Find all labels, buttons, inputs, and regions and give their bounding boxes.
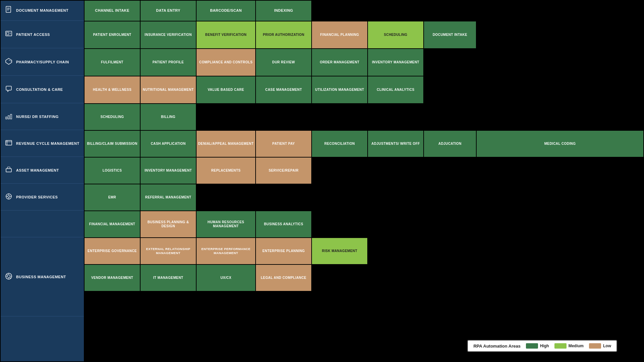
cell-business-analytics[interactable]: BUSINESS ANALYTICS bbox=[256, 211, 311, 237]
sidebar-item-asset-management[interactable]: ASSET MANAGEMENT bbox=[1, 158, 84, 184]
legend-title: RPA Automation Areas bbox=[473, 344, 521, 349]
grid-row-asset: LOGISTICS INVENTORY MANAGEMENT REPLACEME… bbox=[85, 158, 643, 184]
patient-icon bbox=[4, 30, 13, 39]
cell-empty-r9c6 bbox=[368, 211, 423, 237]
cell-empty-r10c8 bbox=[477, 238, 643, 264]
cell-emr[interactable]: EMR bbox=[85, 184, 140, 210]
cell-enterprise-performance-management[interactable]: ENTERPRISE PERFORMANCE MANAGEMENT bbox=[197, 238, 255, 264]
cell-compliance-controls[interactable]: COMPLIANCE AND CONTROLS bbox=[197, 49, 255, 76]
cell-patient-pay[interactable]: PATIENT PAY bbox=[256, 131, 311, 157]
cell-patient-profile[interactable]: PATIENT PROFILE bbox=[141, 49, 196, 76]
sidebar-item-revenue-cycle[interactable]: REVENUE CYCLE MANAGEMENT bbox=[1, 131, 84, 157]
cell-value-based-care[interactable]: VALUE BASED CARE bbox=[197, 76, 255, 103]
sidebar-item-document-management[interactable]: DOCUMENT MANAGEMENT bbox=[1, 1, 84, 21]
cell-cash-application[interactable]: CASH APPLICATION bbox=[141, 131, 196, 157]
cell-empty-r9c5 bbox=[312, 211, 367, 237]
svg-rect-16 bbox=[6, 169, 11, 172]
cell-billing-nurse[interactable]: BILLING bbox=[141, 104, 196, 130]
cell-prior-authorization[interactable]: PRIOR AUTHORIZATION bbox=[256, 21, 311, 48]
cell-order-management[interactable]: ORDER MANAGEMENT bbox=[312, 49, 367, 76]
cell-nutritional-management[interactable]: NUTRITIONAL MANAGEMENT bbox=[141, 76, 196, 103]
cell-vendor-management[interactable]: VENDOR MANAGEMENT bbox=[85, 265, 140, 291]
cell-data-entry[interactable]: DATA ENTRY bbox=[141, 1, 196, 21]
cell-empty-r10c6 bbox=[368, 238, 423, 264]
cell-replacements[interactable]: REPLACEMENTS bbox=[197, 158, 255, 184]
cell-external-relationship-management[interactable]: EXTERNAL RELATIONSHIP MANAGEMENT bbox=[141, 238, 196, 264]
cell-risk-management[interactable]: RISK MANAGEMENT bbox=[312, 238, 367, 264]
sidebar-item-provider-services[interactable]: PROVIDER SERVICES bbox=[1, 184, 84, 210]
cell-document-intake[interactable]: DOCUMENT INTAKE bbox=[424, 21, 476, 48]
sidebar-label-nurse-staffing: NURSE/ DR STAFFING bbox=[16, 115, 59, 119]
sidebar-item-business-management[interactable]: BUSINESS MANAGEMENT bbox=[1, 238, 84, 316]
cell-referral-management[interactable]: REFERRAL MANAGEMENT bbox=[141, 184, 196, 210]
sidebar-item-patient-access[interactable]: PATIENT ACCESS bbox=[1, 21, 84, 48]
cell-benefit-verification[interactable]: BENEFIT VERIFICATION bbox=[197, 21, 255, 48]
cell-reconciliation[interactable]: RECONCILIATION bbox=[312, 131, 367, 157]
grid-row-biz2: ENTERPRISE GOVERNANCE EXTERNAL RELATIONS… bbox=[85, 238, 643, 264]
cell-channel-intake[interactable]: CHANNEL INTAKE bbox=[85, 1, 140, 21]
cell-empty-r9c8 bbox=[477, 211, 643, 237]
cell-clinical-analytics[interactable]: CLINICAL ANALYTICS bbox=[368, 76, 423, 103]
cell-ux-cx[interactable]: UX/CX bbox=[197, 265, 255, 291]
cell-empty-r8c7 bbox=[424, 184, 476, 210]
cell-billing-claim-submission[interactable]: BILLING/CLAIM SUBMISSION bbox=[85, 131, 140, 157]
pharmacy-icon bbox=[4, 58, 13, 67]
cell-inventory-management-r3[interactable]: INVENTORY MANAGEMENT bbox=[368, 49, 423, 76]
cell-financial-management[interactable]: FINANCIAL MANAGEMENT bbox=[85, 211, 140, 237]
asset-icon bbox=[4, 166, 13, 175]
cell-business-planning-design[interactable]: BUSINESS PLANNING & DESIGN bbox=[141, 211, 196, 237]
svg-rect-5 bbox=[7, 32, 9, 35]
cell-insurance-verification[interactable]: INSURANCE VERIFICATION bbox=[141, 21, 196, 48]
cell-fulfilment[interactable]: FULFILMENT bbox=[85, 49, 140, 76]
cell-empty-r2c8 bbox=[477, 21, 643, 48]
cell-empty-r5c5 bbox=[312, 104, 367, 130]
sidebar-item-nurse-staffing[interactable]: NURSE/ DR STAFFING bbox=[1, 104, 84, 130]
sidebar-item-pharmacy[interactable]: PHARMACY/SUPPLY CHAIN bbox=[1, 49, 84, 76]
cell-utilization-management[interactable]: UTILIZATION MANAGEMENT bbox=[312, 76, 367, 103]
cell-indexing[interactable]: INDEXING bbox=[256, 1, 311, 21]
cell-empty-r5c4 bbox=[256, 104, 311, 130]
sidebar-item-spacer bbox=[1, 211, 84, 237]
cell-adjustments-write-off[interactable]: ADJUSTMENTS/ WRITE OFF bbox=[368, 131, 423, 157]
cell-denial-appeal-management[interactable]: DENIAL/APPEAL MANAGEMENT bbox=[197, 131, 255, 157]
consultation-icon bbox=[4, 85, 13, 94]
cell-empty-r5c6 bbox=[368, 104, 423, 130]
sidebar-label-document-management: DOCUMENT MANAGEMENT bbox=[16, 8, 68, 13]
svg-rect-10 bbox=[6, 117, 7, 119]
svg-rect-11 bbox=[8, 116, 9, 119]
cell-patient-enrolment[interactable]: PATIENT ENROLMENT bbox=[85, 21, 140, 48]
svg-line-29 bbox=[7, 274, 8, 275]
grid-row-revenue: BILLING/CLAIM SUBMISSION CASH APPLICATIO… bbox=[85, 131, 643, 157]
cell-service-repair[interactable]: SERVICE/REPAIR bbox=[256, 158, 311, 184]
cell-dur-review[interactable]: DUR REVIEW bbox=[256, 49, 311, 76]
cell-enterprise-governance[interactable]: ENTERPRISE GOVERNANCE bbox=[85, 238, 140, 264]
cell-empty-r1c8 bbox=[477, 1, 643, 21]
main-container: DOCUMENT MANAGEMENT PATIENT ACCESS bbox=[0, 0, 644, 362]
cell-it-management[interactable]: IT MANAGEMENT bbox=[141, 265, 196, 291]
cell-human-resources-management[interactable]: HUMAN RESOURCES MANAGEMENT bbox=[197, 211, 255, 237]
cell-empty-r8c3 bbox=[197, 184, 255, 210]
cell-empty-r8c8 bbox=[477, 184, 643, 210]
staffing-icon bbox=[4, 112, 13, 121]
legend-item-low: Low bbox=[589, 343, 611, 349]
cell-health-wellness[interactable]: HEALTH & WELLNESS bbox=[85, 76, 140, 103]
grid-content: CHANNEL INTAKE DATA ENTRY BARCODE/SCAN I… bbox=[85, 1, 643, 361]
cell-empty-r7c8 bbox=[477, 158, 643, 184]
cell-legal-compliance[interactable]: LEGAL AND COMPLIANCE bbox=[256, 265, 311, 291]
grid-row-patient: PATIENT ENROLMENT INSURANCE VERIFICATION… bbox=[85, 21, 643, 48]
cell-logistics[interactable]: LOGISTICS bbox=[85, 158, 140, 184]
cell-scheduling-nurse[interactable]: SCHEDULING bbox=[85, 104, 140, 130]
cell-inventory-management-asset[interactable]: INVENTORY MANAGEMENT bbox=[141, 158, 196, 184]
cell-scheduling-r2[interactable]: SCHEDULING bbox=[368, 21, 423, 48]
cell-medical-coding[interactable]: MEDICAL CODING bbox=[477, 131, 643, 157]
cell-barcode-scan[interactable]: BARCODE/SCAN bbox=[197, 1, 255, 21]
cell-enterprise-planning[interactable]: ENTERPRISE PLANNING bbox=[256, 238, 311, 264]
grid-row-provider: EMR REFERRAL MANAGEMENT bbox=[85, 184, 643, 210]
sidebar-item-consultation[interactable]: CONSULTATION & CARE bbox=[1, 76, 84, 103]
cell-case-management[interactable]: CASE MANAGEMENT bbox=[256, 76, 311, 103]
cell-adjucation[interactable]: ADJUCATION bbox=[424, 131, 476, 157]
cell-empty-r8c4 bbox=[256, 184, 311, 210]
cell-financial-planning[interactable]: FINANCIAL PLANNING bbox=[312, 21, 367, 48]
cell-empty-r3c8 bbox=[477, 49, 643, 76]
svg-point-18 bbox=[8, 195, 10, 197]
